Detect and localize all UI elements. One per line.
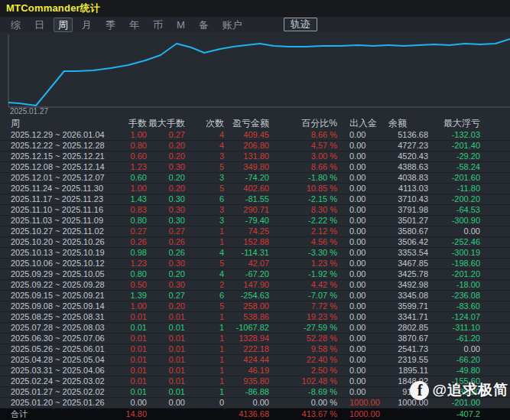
row-26-cell-9: -201.00 xyxy=(428,398,480,408)
table-row[interactable]: 2025.01.20 ~ 2025.01.260.000.0000.000.00… xyxy=(0,398,510,409)
table-row[interactable]: 2025.01.27 ~ 2025.02.020.010.011-86.88-8… xyxy=(0,387,510,398)
row-17-cell-7: 0.00 xyxy=(337,301,382,311)
row-20-cell-8: 3870.67 xyxy=(382,334,428,343)
row-13-cell-3: 0.30 xyxy=(147,259,185,269)
table-row[interactable]: 2025.09.15 ~ 2025.09.211.390.276-254.63-… xyxy=(0,291,510,301)
row-18-cell-5: 538.86 xyxy=(224,312,269,322)
table-row[interactable]: 2025.11.24 ~ 2025.11.301.000.205402.6010… xyxy=(0,184,510,194)
row-14-cell-8: 3425.78 xyxy=(382,269,428,279)
row-25-cell-1: 2025.01.27 ~ 2025.02.02 xyxy=(0,387,111,397)
row-2-cell-1: 2025.12.22 ~ 2025.12.28 xyxy=(0,141,111,151)
menu-item-5[interactable]: 季 xyxy=(101,18,120,31)
row-21-cell-8: 2541.73 xyxy=(382,344,428,354)
menu-item-1[interactable]: 综 xyxy=(6,18,25,31)
row-24-cell-5: 935.80 xyxy=(224,376,269,386)
table-row[interactable]: 2025.10.13 ~ 2025.10.190.980.264-114.31-… xyxy=(0,248,510,259)
row-21-cell-6: 9.58 % xyxy=(269,344,337,354)
row-7-cell-8: 3710.43 xyxy=(382,194,428,204)
row-21-cell-9: 0.00 xyxy=(428,344,480,354)
row-6-cell-4: 5 xyxy=(185,184,224,194)
row-22-cell-4: 1 xyxy=(185,355,224,365)
row-3-cell-7: 0.00 xyxy=(337,151,382,161)
row-19-cell-1: 2025.07.28 ~ 2025.08.03 xyxy=(0,323,111,333)
row-5-cell-6: -1.80 % xyxy=(269,173,337,183)
row-14-cell-2: 0.80 xyxy=(111,269,147,279)
row-14-cell-4: 4 xyxy=(185,269,224,279)
row-22-cell-5: 424.44 xyxy=(224,355,269,365)
row-1-cell-1: 2025.12.29 ~ 2026.01.04 xyxy=(0,130,111,140)
menu-item-4[interactable]: 月 xyxy=(77,18,96,31)
row-2-cell-8: 4727.23 xyxy=(382,141,428,151)
row-22-cell-2: 0.01 xyxy=(111,355,147,365)
menu-item-3[interactable]: 周 xyxy=(54,18,73,32)
row-9-cell-7: 0.00 xyxy=(337,216,382,226)
table-row[interactable]: 2025.09.29 ~ 2025.10.050.800.204-67.20-1… xyxy=(0,269,510,280)
row-11-cell-3: 0.26 xyxy=(147,237,185,247)
row-10-cell-9: 0.00 xyxy=(428,226,480,236)
table-row[interactable]: 2025.05.26 ~ 2025.06.010.010.011222.189.… xyxy=(0,344,510,355)
row-22-cell-1: 2025.04.28 ~ 2025.05.04 xyxy=(0,355,111,365)
table-row[interactable]: 2025.08.25 ~ 2025.08.310.010.011538.8619… xyxy=(0,312,510,323)
menu-item-8[interactable]: M xyxy=(172,18,190,31)
row-1-cell-4: 4 xyxy=(185,130,224,140)
menu-item-2[interactable]: 日 xyxy=(30,18,49,31)
table-row[interactable]: 2025.06.30 ~ 2025.07.060.010.0111328.945… xyxy=(0,334,510,344)
row-23-cell-4: 1 xyxy=(185,366,224,376)
table-row[interactable]: 2025.04.28 ~ 2025.05.040.010.011424.4422… xyxy=(0,355,510,366)
row-23-cell-3: 0.01 xyxy=(147,366,185,376)
row-18-cell-8: 3341.71 xyxy=(382,312,428,322)
column-header-3: 最大手数 xyxy=(147,117,185,130)
table-row[interactable]: 2025.11.17 ~ 2025.11.231.430.306-81.55-2… xyxy=(0,194,510,205)
row-14-cell-5: -67.20 xyxy=(224,269,269,279)
row-17-cell-3: 0.20 xyxy=(147,301,185,311)
table-row[interactable]: 2025.12.08 ~ 2025.12.141.230.305349.808.… xyxy=(0,162,510,173)
menu-item-9[interactable]: 备 xyxy=(194,18,213,31)
table-row[interactable]: 2025.10.27 ~ 2025.11.020.270.27174.252.1… xyxy=(0,226,510,237)
row-12-cell-5: -114.31 xyxy=(224,248,269,258)
row-16-cell-4: 6 xyxy=(185,291,224,301)
table-row[interactable]: 2025.09.08 ~ 2025.09.141.000.205258.007.… xyxy=(0,301,510,312)
row-2-cell-5: 206.80 xyxy=(224,141,269,151)
row-26-cell-4: 0 xyxy=(185,398,224,408)
row-25-cell-8: 913.12 xyxy=(382,387,428,397)
track-button[interactable]: 轨迹 xyxy=(284,18,317,31)
menu-item-7[interactable]: 币 xyxy=(148,18,167,31)
table-row[interactable]: 2025.12.01 ~ 2025.12.070.600.203-74.20-1… xyxy=(0,173,510,184)
row-1-cell-3: 0.27 xyxy=(147,130,185,140)
table-row[interactable]: 2025.11.03 ~ 2025.11.090.800.303-79.40-2… xyxy=(0,216,510,226)
row-11-cell-5: 152.88 xyxy=(224,237,269,247)
table-total-row: 合计14.804136.68413.67 %1000.00-407.2 xyxy=(0,409,510,420)
table-row[interactable]: 2025.12.22 ~ 2025.12.280.800.204206.804.… xyxy=(0,141,510,151)
row-17-cell-4: 5 xyxy=(185,301,224,311)
menu-item-6[interactable]: 年 xyxy=(125,18,144,31)
row-6-cell-6: 10.85 % xyxy=(269,184,337,194)
row-3-cell-8: 4520.43 xyxy=(382,151,428,161)
row-17-cell-9: -83.60 xyxy=(428,301,480,311)
row-14-cell-6: -1.92 % xyxy=(269,269,337,279)
table-row[interactable]: 2025.02.24 ~ 2025.03.020.010.011935.8010… xyxy=(0,376,510,387)
table-row[interactable]: 2025.11.10 ~ 2025.11.160.830.303290.718.… xyxy=(0,205,510,216)
table-row[interactable]: 2025.03.31 ~ 2025.04.060.010.01146.192.5… xyxy=(0,366,510,376)
row-16-cell-1: 2025.09.15 ~ 2025.09.21 xyxy=(0,291,111,301)
table-row[interactable]: 2025.09.22 ~ 2025.09.280.500.302147.904.… xyxy=(0,280,510,291)
row-7-cell-4: 6 xyxy=(185,194,224,204)
table-row[interactable]: 2025.12.15 ~ 2025.12.210.600.203131.803.… xyxy=(0,151,510,162)
menu-items: 综日周月季年币M备账户 xyxy=(6,18,247,32)
row-23-cell-8: 1895.11 xyxy=(382,366,428,376)
row-8-cell-2: 0.83 xyxy=(111,205,147,215)
row-3-cell-2: 0.60 xyxy=(111,151,147,161)
table-row[interactable]: 2025.12.29 ~ 2026.01.041.000.274409.458.… xyxy=(0,130,510,141)
row-20-cell-4: 1 xyxy=(185,334,224,343)
total-cell-6: 413.67 % xyxy=(269,409,337,420)
column-header-9: 最大浮亏 xyxy=(428,117,480,130)
table-row[interactable]: 2025.10.06 ~ 2025.10.121.230.30542.071.2… xyxy=(0,259,510,269)
menu-item-10[interactable]: 账户 xyxy=(218,18,247,31)
row-13-cell-2: 1.23 xyxy=(111,259,147,269)
row-9-cell-8: 3501.27 xyxy=(382,216,428,226)
row-13-cell-8: 3467.85 xyxy=(382,259,428,269)
table-row[interactable]: 2025.07.28 ~ 2025.08.030.010.011-1067.82… xyxy=(0,323,510,334)
row-25-cell-2: 0.01 xyxy=(111,387,147,397)
row-10-cell-2: 0.27 xyxy=(111,226,147,236)
table-row[interactable]: 2025.10.20 ~ 2025.10.260.260.261152.884.… xyxy=(0,237,510,248)
row-11-cell-4: 1 xyxy=(185,237,224,247)
